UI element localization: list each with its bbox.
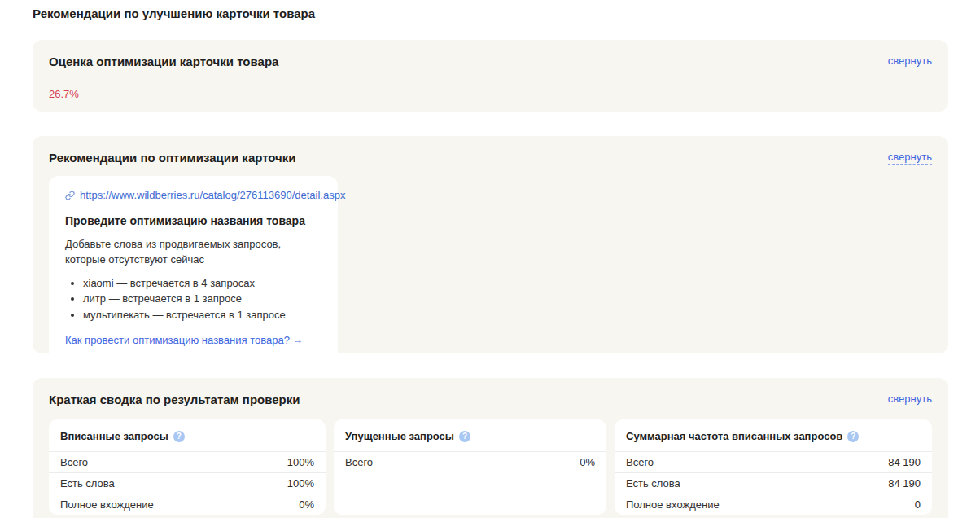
score-card-title: Оценка оптимизации карточки товара: [49, 55, 278, 68]
score-card: Оценка оптимизации карточки товара сверн…: [33, 40, 948, 112]
stat-card-title: Упущенные запросы: [345, 430, 454, 442]
summary-card: Краткая сводка по результатам проверки с…: [33, 378, 948, 518]
row-value: 100%: [287, 456, 314, 468]
how-to-optimize-link-text: Как провести оптимизацию названия товара…: [65, 334, 290, 346]
info-icon[interactable]: ?: [173, 431, 185, 442]
product-url-line: https://www.wildberries.ru/catalog/27611…: [65, 189, 322, 201]
score-value: 26.7%: [49, 88, 932, 100]
how-to-optimize-link[interactable]: Как провести оптимизацию названия товара…: [65, 334, 303, 346]
table-row: Всего 0%: [334, 451, 606, 472]
summary-collapse-link[interactable]: свернуть: [888, 393, 932, 406]
recommendations-card-title: Рекомендации по оптимизации карточки: [49, 151, 296, 165]
missing-words-list: xiaomi — встречается в 4 запросах литр —…: [65, 275, 322, 323]
row-label: Полное вхождение: [626, 498, 720, 511]
recommendation-item: https://www.wildberries.ru/catalog/27611…: [49, 176, 338, 362]
recommendation-heading: Проведите оптимизацию названия товара: [65, 214, 322, 227]
recommendations-collapse-link[interactable]: свернуть: [888, 151, 932, 165]
list-item: литр — встречается в 1 запросе: [83, 291, 322, 307]
table-row: Полное вхождение 0%: [49, 494, 326, 515]
list-item: xiaomi — встречается в 4 запросах: [83, 275, 322, 292]
table-row: Всего 84 190: [615, 451, 932, 472]
table-row: Есть слова 84 190: [615, 472, 932, 494]
link-icon: [65, 191, 75, 200]
recommendation-description: Добавьте слова из продвигаемых запросов,…: [65, 237, 317, 268]
product-url-link[interactable]: https://www.wildberries.ru/catalog/27611…: [80, 189, 345, 201]
stat-card-title: Суммарная частота вписанных запросов: [626, 430, 842, 442]
stat-card-missed-queries: Упущенные запросы ? Всего 0%: [334, 419, 606, 515]
table-row: Всего 100%: [49, 451, 326, 472]
summary-card-title: Краткая сводка по результатам проверки: [49, 393, 300, 406]
page-title: Рекомендации по улучшению карточки товар…: [33, 7, 948, 20]
stat-card-total-frequency: Суммарная частота вписанных запросов ? В…: [615, 419, 932, 515]
row-label: Всего: [60, 456, 88, 468]
summary-card-header: Краткая сводка по результатам проверки с…: [49, 393, 932, 406]
row-value: 84 190: [888, 456, 921, 468]
row-label: Всего: [626, 456, 654, 468]
row-value: 0: [915, 498, 921, 511]
row-value: 0%: [299, 498, 314, 511]
row-value: 0%: [580, 456, 595, 468]
table-row: Полное вхождение 0: [615, 494, 932, 515]
row-value: 84 190: [888, 477, 921, 489]
table-row: Есть слова 100%: [49, 472, 326, 494]
stat-card-inscribed-queries: Вписанные запросы ? Всего 100% Есть слов…: [49, 419, 326, 515]
row-label: Всего: [345, 456, 373, 468]
row-label: Есть слова: [626, 477, 680, 489]
stat-card-header: Суммарная частота вписанных запросов ?: [615, 419, 932, 451]
arrow-right-icon: →: [292, 334, 303, 346]
row-label: Есть слова: [60, 477, 115, 489]
stat-card-title: Вписанные запросы: [60, 430, 168, 442]
recommendations-card: Рекомендации по оптимизации карточки све…: [33, 136, 948, 353]
stat-card-header: Упущенные запросы ?: [334, 419, 606, 451]
page: Рекомендации по улучшению карточки товар…: [0, 0, 980, 518]
row-value: 100%: [287, 477, 314, 489]
summary-tables-row: Вписанные запросы ? Всего 100% Есть слов…: [49, 419, 932, 515]
stat-card-header: Вписанные запросы ?: [49, 419, 326, 451]
info-icon[interactable]: ?: [847, 431, 859, 442]
stat-card-empty-space: [334, 472, 606, 515]
info-icon[interactable]: ?: [459, 431, 470, 442]
list-item: мультипекать — встречается в 1 запросе: [83, 307, 322, 323]
score-collapse-link[interactable]: свернуть: [888, 55, 932, 68]
row-label: Полное вхождение: [60, 498, 154, 511]
recommendations-card-header: Рекомендации по оптимизации карточки све…: [49, 151, 932, 165]
score-card-header: Оценка оптимизации карточки товара сверн…: [49, 55, 932, 68]
